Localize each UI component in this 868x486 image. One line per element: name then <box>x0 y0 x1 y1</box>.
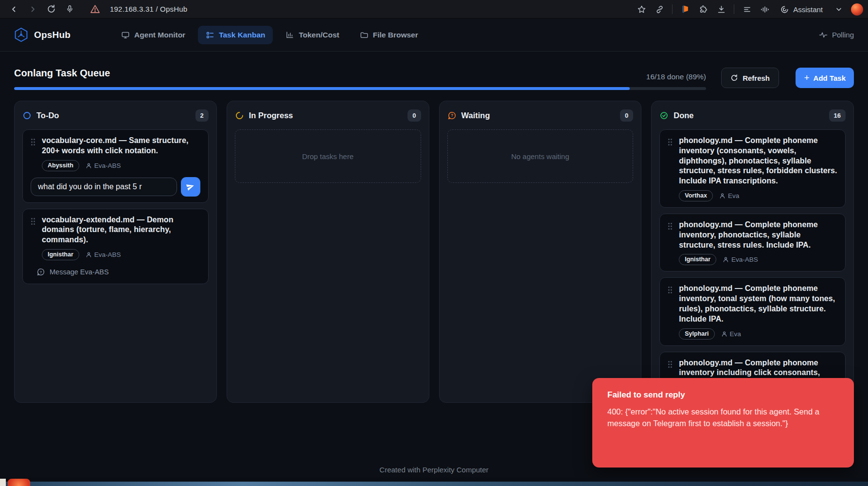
polling-label: Polling <box>832 31 854 39</box>
drag-handle-icon[interactable] <box>31 138 35 171</box>
kanban-column-in-progress: In Progress0Drop tasks here <box>227 101 429 403</box>
assignee-name: Eva <box>728 192 739 199</box>
drag-handle-icon[interactable] <box>668 138 673 201</box>
pulse-icon <box>819 31 828 39</box>
task-title: phonology.md — Complete phoneme inventor… <box>679 220 837 250</box>
kanban-column-todo: To-Do2vocabulary-core.md — Same structur… <box>14 101 217 403</box>
person-icon <box>86 252 92 258</box>
folder-icon <box>360 31 369 39</box>
empty-dropzone: Drop tasks here <box>235 129 421 183</box>
svg-text:?: ? <box>450 113 453 118</box>
taskbar-band <box>0 482 868 486</box>
address-bar-url[interactable]: 192.168.3.31 / OpsHub <box>110 5 187 13</box>
person-icon <box>86 162 92 169</box>
progress-bar-fill <box>14 87 630 90</box>
forward-icon[interactable] <box>27 4 38 15</box>
drag-handle-icon[interactable] <box>668 222 673 265</box>
back-icon[interactable] <box>9 4 19 15</box>
column-header: In Progress0 <box>235 109 421 122</box>
person-icon <box>723 256 729 263</box>
task-title: phonology.md — Complete phoneme inventor… <box>679 136 837 186</box>
column-title: To-Do <box>36 111 59 120</box>
send-button[interactable] <box>181 177 200 197</box>
tab-token-cost[interactable]: Token/Cost <box>278 26 347 44</box>
brand: OpsHub <box>14 27 71 42</box>
assignee: Eva <box>719 192 739 199</box>
column-title: Waiting <box>461 111 490 120</box>
monitor-icon <box>121 31 130 39</box>
voice-wave-icon[interactable] <box>760 4 770 15</box>
add-task-label: Add Task <box>814 74 846 82</box>
progress-text: 16/18 done (89%) <box>646 72 706 81</box>
chat-question-icon: ? <box>447 111 457 120</box>
tab-label: Token/Cost <box>299 31 339 39</box>
add-task-button[interactable]: + Add Task <box>796 68 854 88</box>
task-card[interactable]: vocabulary-extended.md — Demon domains (… <box>22 209 209 284</box>
agent-tag: Abyssith <box>42 160 79 171</box>
column-header: Done16 <box>659 109 846 122</box>
column-count-badge: 16 <box>829 109 846 122</box>
refresh-button[interactable]: Refresh <box>721 68 779 88</box>
tab-label: File Browser <box>373 31 418 39</box>
paper-plane-icon <box>186 182 195 191</box>
tab-task-kanban[interactable]: Task Kanban <box>198 26 273 44</box>
assignee: Eva-ABS <box>86 162 121 169</box>
campaign-flag-icon[interactable] <box>680 4 691 15</box>
assistant-label[interactable]: Assistant <box>793 5 823 14</box>
check-circle-icon <box>659 111 669 120</box>
downloads-icon[interactable] <box>716 4 726 15</box>
toast-body: 400: {"error":"No active session found f… <box>607 406 839 430</box>
refresh-icon <box>730 74 738 82</box>
tab-label: Agent Monitor <box>134 31 185 39</box>
opshub-logo-icon <box>14 27 28 42</box>
empty-dropzone-label: No agents waiting <box>511 152 569 161</box>
task-title: phonology.md — Complete phoneme inventor… <box>679 284 837 324</box>
column-header: ?Waiting0 <box>447 109 634 122</box>
profile-avatar[interactable] <box>851 3 863 16</box>
column-header: To-Do2 <box>22 109 209 122</box>
copy-link-icon[interactable] <box>654 4 665 15</box>
assignee-name: Eva-ABS <box>731 256 758 263</box>
toolbar-divider <box>672 4 673 14</box>
agent-tag: Ignisthar <box>42 249 79 260</box>
polling-indicator[interactable]: Polling <box>819 31 854 39</box>
assignee: Eva-ABS <box>723 256 758 263</box>
app-navbar: OpsHub Agent MonitorTask KanbanToken/Cos… <box>0 18 868 52</box>
drag-handle-icon[interactable] <box>31 217 35 260</box>
chevron-down-icon[interactable] <box>833 4 844 15</box>
column-count-badge: 2 <box>195 109 209 122</box>
svg-text:?: ? <box>40 270 42 274</box>
task-card[interactable]: vocabulary-core.md — Same structure, 200… <box>22 129 209 203</box>
assistant-icon[interactable] <box>779 4 790 15</box>
assignee: Eva <box>721 330 741 338</box>
extensions-puzzle-icon[interactable] <box>698 4 709 15</box>
task-card[interactable]: phonology.md — Complete phoneme inventor… <box>659 129 846 208</box>
message-bubble-icon: ? <box>36 268 45 276</box>
desktop-taskbar-edge <box>0 478 868 486</box>
agent-tag: Sylphari <box>679 328 714 340</box>
reader-list-icon[interactable] <box>742 4 752 15</box>
reply-input[interactable] <box>31 178 177 196</box>
assignee-name: Eva-ABS <box>94 162 121 169</box>
task-card[interactable]: phonology.md — Complete phoneme inventor… <box>659 277 846 345</box>
kanban-icon <box>206 31 214 39</box>
plus-icon: + <box>804 73 809 82</box>
chart-icon <box>285 31 294 39</box>
column-title: In Progress <box>249 111 293 120</box>
tab-file-browser[interactable]: File Browser <box>352 26 426 44</box>
column-count-badge: 0 <box>407 109 421 122</box>
drag-handle-icon[interactable] <box>668 286 673 339</box>
insecure-warning-icon[interactable] <box>89 4 100 15</box>
tab-label: Task Kanban <box>219 31 265 39</box>
browser-chrome: 192.168.3.31 / OpsHub Assistant <box>0 0 868 18</box>
message-agent-button[interactable]: ?Message Eva-ABS <box>34 267 112 277</box>
nav-tabs: Agent MonitorTask KanbanToken/CostFile B… <box>113 26 426 44</box>
reload-icon[interactable] <box>46 4 56 15</box>
column-count-badge: 0 <box>620 109 633 122</box>
taskbar-window-tile <box>0 479 6 486</box>
bookmark-star-icon[interactable] <box>636 4 647 15</box>
microphone-icon[interactable] <box>64 4 75 15</box>
task-card[interactable]: phonology.md — Complete phoneme inventor… <box>659 214 846 271</box>
error-toast[interactable]: Failed to send reply 400: {"error":"No a… <box>592 378 854 468</box>
tab-agent-monitor[interactable]: Agent Monitor <box>113 26 193 44</box>
